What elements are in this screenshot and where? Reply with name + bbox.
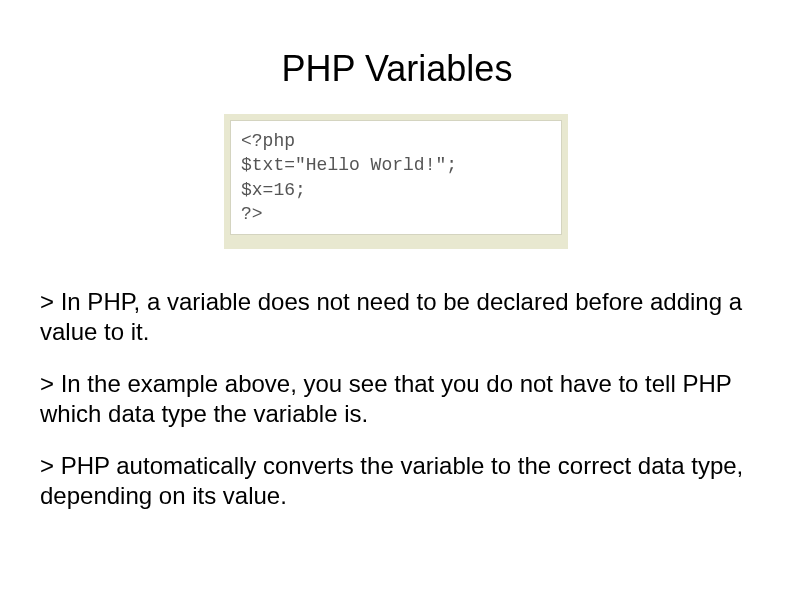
code-block: <?php $txt="Hello World!"; $x=16; ?>: [230, 120, 562, 235]
content-area: > In PHP, a variable does not need to be…: [40, 287, 754, 511]
code-block-wrapper: <?php $txt="Hello World!"; $x=16; ?>: [224, 114, 568, 249]
code-line-4: ?>: [241, 204, 263, 224]
paragraph-2: > In the example above, you see that you…: [40, 369, 754, 429]
code-line-1: <?php: [241, 131, 295, 151]
paragraph-1: > In PHP, a variable does not need to be…: [40, 287, 754, 347]
code-line-3: $x=16;: [241, 180, 306, 200]
page-title: PHP Variables: [0, 48, 794, 90]
code-line-2: $txt="Hello World!";: [241, 155, 457, 175]
paragraph-3: > PHP automatically converts the variabl…: [40, 451, 754, 511]
